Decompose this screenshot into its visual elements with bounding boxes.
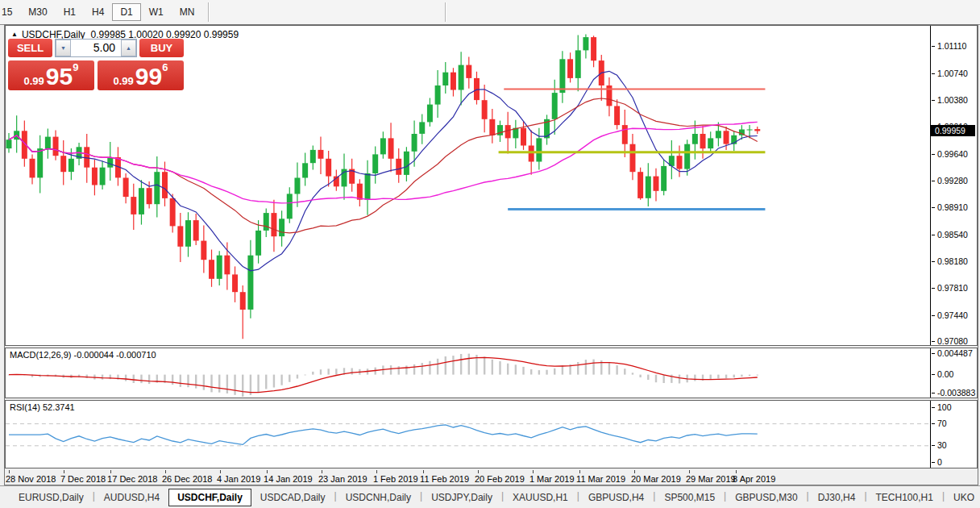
price-axis-tick: 1.00740: [931, 69, 968, 79]
macd-pane: MACD(12,26,9) -0.000044 -0.000710 0.0044…: [5, 348, 978, 398]
date-tick: [478, 470, 479, 473]
rsi-axis[interactable]: 10070300: [930, 401, 977, 468]
price-axis-tick: 0.97440: [931, 310, 968, 321]
date-tick: [376, 470, 377, 473]
price-axis-tick: 0.99640: [931, 149, 968, 160]
chart-tab-eurusd-daily[interactable]: EURUSD,Daily: [10, 489, 93, 506]
volume-increase-button[interactable]: ▲: [121, 40, 136, 56]
toolbar-separator: [445, 2, 446, 22]
date-label: 4 Jan 2019: [217, 474, 260, 484]
bid-price-big-digits: 95: [46, 65, 73, 88]
date-tick: [220, 470, 221, 473]
date-label: 20 Feb 2019: [475, 474, 525, 484]
date-label: 17 Dec 2018: [107, 474, 157, 484]
date-label: 8 Apr 2019: [733, 474, 775, 484]
chart-tab-gbpusd-m30[interactable]: GBPUSD,M30: [726, 489, 806, 506]
macd-axis-tick: 0.00: [931, 369, 953, 380]
macd-plot[interactable]: MACD(12,26,9) -0.000044 -0.000710: [6, 348, 930, 398]
ask-price-big-digits: 99: [135, 65, 162, 88]
one-click-trading-panel: SELL ▼ 5.00 ▲ BUY 0.99 95 9: [8, 39, 184, 90]
bid-price-pipette: 9: [73, 61, 78, 73]
main-plot[interactable]: ▲USDCHF,Daily0.99985 1.00020 0.99920 0.9…: [6, 26, 930, 345]
rsi-chart: [6, 401, 930, 468]
macd-axis-tick: -0.003883: [931, 388, 975, 398]
bid-price-prefix: 0.99: [24, 74, 44, 88]
timeframe-button-w1[interactable]: W1: [141, 3, 172, 21]
date-tick: [64, 470, 64, 473]
date-tick: [736, 470, 737, 473]
chart-tab-bar: EURUSD,Daily|AUDUSD,H4USDCHF,DailyUSDCAD…: [0, 485, 980, 508]
volume-stepper: ▼ 5.00 ▲: [55, 39, 137, 57]
ask-price-pipette: 6: [162, 61, 168, 73]
date-tick: [533, 470, 534, 473]
timeframe-button-mn[interactable]: MN: [172, 3, 203, 21]
chart-tab-usdchf-daily[interactable]: USDCHF,Daily: [168, 489, 251, 506]
price-axis-tick: 0.98910: [931, 202, 968, 213]
date-tick: [110, 470, 111, 473]
date-tick: [165, 470, 166, 473]
chart-tab-audusd-h4[interactable]: AUDUSD,H4: [95, 489, 168, 506]
volume-decrease-button[interactable]: ▼: [56, 40, 71, 56]
date-label: 11 Mar 2019: [576, 474, 625, 484]
rsi-axis-tick: 0: [931, 457, 942, 468]
date-label: 26 Dec 2018: [162, 474, 212, 484]
date-tick: [9, 470, 10, 473]
main-price-pane: ▲USDCHF,Daily0.99985 1.00020 0.99920 0.9…: [5, 25, 978, 346]
date-label: 23 Jan 2019: [318, 474, 368, 484]
rsi-axis-tick: 100: [931, 402, 952, 413]
chart-tab-xauusd-h1[interactable]: XAUUSD,H1: [504, 489, 577, 506]
chart-tab-tech100-h1[interactable]: TECH100,H1: [867, 489, 942, 506]
rsi-axis-tick: 70: [931, 418, 947, 429]
date-label: 11 Feb 2019: [420, 474, 469, 484]
rsi-indicator-label: RSI(14) 52.3741: [10, 402, 75, 412]
date-label: 1 Feb 2019: [373, 474, 418, 484]
buy-button[interactable]: BUY: [139, 39, 184, 57]
chart-tab-uko[interactable]: UKO: [945, 489, 980, 506]
macd-axis[interactable]: 0.0044870.00-0.003883: [930, 348, 977, 398]
timeframe-toolbar: 15M30H1H4D1W1MN: [0, 0, 980, 25]
price-axis-tick: 0.98180: [931, 256, 968, 267]
price-axis-tick: 1.00380: [931, 95, 968, 106]
chart-tab-usdcad-daily[interactable]: USDCAD,Daily: [251, 489, 334, 506]
timeframe-button-h4[interactable]: H4: [84, 3, 112, 21]
price-axis-tick: 0.99280: [931, 176, 968, 186]
date-label: 20 Mar 2019: [631, 474, 681, 484]
date-label: 14 Jan 2019: [264, 474, 313, 484]
chart-tab-dj30-h4[interactable]: DJ30,H4: [809, 489, 865, 506]
price-axis[interactable]: 1.011101.007401.003801.000100.996400.992…: [930, 26, 977, 345]
chart-window: ▲USDCHF,Daily0.99985 1.00020 0.99920 0.9…: [4, 24, 978, 485]
bid-price-box[interactable]: 0.99 95 9: [8, 60, 94, 90]
rsi-pane: RSI(14) 52.3741 10070300: [5, 400, 978, 468]
chart-tab-sp500-m15[interactable]: SP500,M15: [655, 489, 724, 506]
ask-price-prefix: 0.99: [114, 74, 134, 88]
toolbar-separator: [208, 2, 209, 22]
collapse-panel-icon[interactable]: ▲: [11, 31, 18, 38]
price-axis-tick: 1.01110: [931, 41, 966, 52]
date-tick: [634, 470, 635, 473]
chart-tab-usdjpy-daily[interactable]: USDJPY,Daily: [422, 489, 501, 506]
price-axis-tick: 0.98540: [931, 230, 968, 240]
sell-button[interactable]: SELL: [8, 39, 52, 57]
chart-tab-gbpusd-h4[interactable]: GBPUSD,H4: [579, 489, 653, 506]
date-tick: [579, 470, 580, 473]
macd-indicator-label: MACD(12,26,9) -0.000044 -0.000710: [10, 350, 156, 360]
macd-axis-tick: 0.004487: [931, 348, 973, 359]
current-price-tag: 0.99959: [931, 125, 975, 136]
timeframe-button-15[interactable]: 15: [0, 3, 20, 21]
price-axis-tick: 0.97810: [931, 283, 968, 294]
timeframe-button-m30[interactable]: M30: [20, 3, 55, 21]
date-tick: [423, 470, 424, 473]
date-label: 7 Dec 2018: [60, 474, 106, 484]
rsi-plot[interactable]: RSI(14) 52.3741: [6, 401, 930, 468]
rsi-axis-tick: 30: [931, 440, 947, 451]
timeframe-button-d1[interactable]: D1: [112, 3, 140, 21]
date-label: 28 Nov 2018: [6, 474, 56, 484]
ask-price-box[interactable]: 0.99 99 6: [98, 60, 184, 90]
price-axis-tick: 0.97080: [931, 336, 968, 347]
date-tick: [267, 470, 268, 473]
volume-input[interactable]: 5.00: [71, 40, 121, 56]
date-tick: [322, 470, 322, 473]
timeframe-button-h1[interactable]: H1: [56, 3, 84, 21]
chart-tab-usdcnh-daily[interactable]: USDCNH,Daily: [337, 489, 420, 506]
date-label: 29 Mar 2019: [686, 474, 736, 484]
